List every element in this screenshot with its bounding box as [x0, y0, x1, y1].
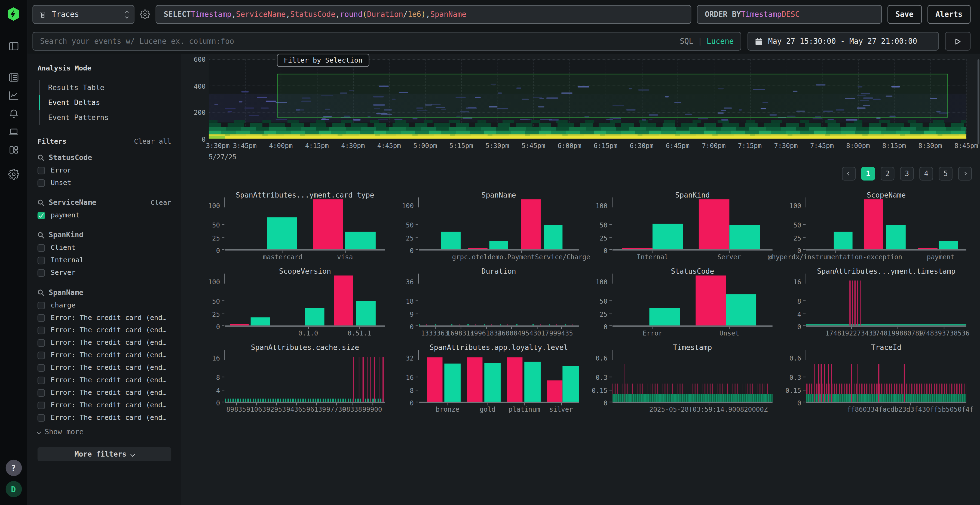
outlier-bar — [699, 199, 729, 249]
query-token: StatusCode — [290, 10, 336, 19]
inlier-stripes — [612, 394, 773, 402]
chart-y-axis: 10050250 — [394, 200, 419, 251]
checkbox[interactable] — [38, 401, 45, 409]
user-avatar[interactable]: D — [5, 481, 22, 497]
filter-option-charge[interactable]: charge — [38, 301, 177, 310]
checkbox[interactable] — [38, 179, 45, 187]
checkbox[interactable] — [38, 376, 45, 384]
heatmap-x-tick: 8:00pm — [846, 142, 870, 149]
x-tick-label: Unset — [719, 329, 739, 337]
checkbox[interactable] — [38, 327, 45, 334]
y-tick-label: 25 — [600, 234, 608, 242]
checkbox[interactable] — [38, 302, 45, 309]
analysis-mode-results-table[interactable]: Results Table — [39, 80, 181, 95]
save-button[interactable]: Save — [888, 5, 922, 24]
page-button-4[interactable]: 4 — [919, 167, 933, 181]
show-more-button[interactable]: Show more — [38, 427, 177, 436]
filter-option-error-the-credit-card-end[interactable]: Error: The credit card (end… — [38, 376, 177, 384]
page-button-1[interactable]: 1 — [861, 167, 875, 181]
order-by-input[interactable]: ORDER BY Timestamp DESC — [697, 5, 882, 24]
filter-option-internal[interactable]: Internal — [38, 256, 177, 264]
filter-option-error-the-credit-card-end[interactable]: Error: The credit card (end… — [38, 314, 177, 322]
filter-option-server[interactable]: Server — [38, 268, 177, 277]
clear-all-button[interactable]: Clear all — [134, 137, 171, 146]
y-tick-label: 9 — [410, 310, 414, 318]
top-query-bar: Traces SELECT Timestamp,ServiceName,Stat… — [27, 0, 980, 29]
heatmap-x-axis: 3:30pm3:45pm4:00pm4:15pm4:30pm4:45pm5:00… — [209, 142, 966, 152]
source-select[interactable]: Traces — [32, 5, 134, 24]
checkbox[interactable] — [38, 389, 45, 397]
filter-option-payment[interactable]: payment — [38, 211, 177, 219]
checkbox[interactable] — [38, 244, 45, 252]
help-button[interactable]: ? — [5, 460, 22, 476]
scrollbar-thumb[interactable] — [978, 59, 980, 144]
settings-gear-icon[interactable] — [4, 166, 23, 183]
checkbox[interactable] — [38, 167, 45, 174]
chart-explorer-icon[interactable] — [4, 87, 23, 104]
page-button-2[interactable]: 2 — [881, 167, 894, 181]
x-tick-label: 543017 — [525, 329, 549, 337]
alerts-bell-icon[interactable] — [4, 106, 23, 122]
heatmap-selection[interactable] — [277, 74, 948, 117]
search-input[interactable]: Search your events w/ Lucene ex. column:… — [32, 32, 741, 51]
y-tick-mark — [222, 390, 224, 390]
x-tick-label: 2025-05-28T03:59:14.900820000Z — [649, 405, 768, 413]
heatmap-density-band — [209, 130, 966, 134]
y-tick-mark — [803, 402, 805, 402]
filter-option-client[interactable]: Client — [38, 243, 177, 252]
events-heatmap[interactable]: Filter by Selection — [209, 59, 966, 139]
checkbox[interactable] — [38, 211, 45, 219]
x-tick-mark — [460, 327, 461, 329]
clear-filter-button[interactable]: Clear — [151, 199, 171, 206]
outlier-bar — [521, 199, 540, 249]
alerts-button[interactable]: Alerts — [927, 5, 970, 24]
x-tick-mark — [910, 403, 911, 405]
lucene-mode-toggle[interactable]: Lucene — [707, 37, 734, 45]
x-tick-mark — [537, 327, 538, 329]
select-query-input[interactable]: SELECT Timestamp,ServiceName,StatusCode,… — [156, 5, 691, 24]
analysis-mode-event-patterns[interactable]: Event Patterns — [39, 110, 181, 125]
x-tick-label: @hyperdx/instrumentation-exception — [768, 253, 902, 260]
source-settings-gear-icon[interactable] — [140, 9, 150, 19]
checkbox[interactable] — [38, 414, 45, 421]
run-query-button[interactable] — [945, 32, 970, 51]
heatmap-x-tick: 7:45pm — [810, 142, 834, 149]
sql-mode-toggle[interactable]: SQL — [680, 37, 694, 45]
next-page-button[interactable] — [958, 167, 972, 181]
sessions-laptop-icon[interactable] — [4, 124, 23, 140]
chart-y-axis: 10050250 — [781, 200, 806, 251]
filter-option-error-the-credit-card-end[interactable]: Error: The credit card (end… — [38, 401, 177, 409]
checkbox[interactable] — [38, 256, 45, 264]
more-filters-button[interactable]: More filters — [38, 447, 171, 461]
page-button-5[interactable]: 5 — [939, 167, 953, 181]
checkbox[interactable] — [38, 351, 45, 359]
toggle-panel-icon[interactable] — [4, 38, 23, 54]
checkbox[interactable] — [38, 364, 45, 372]
page-button-3[interactable]: 3 — [900, 167, 914, 181]
filter-option-error-the-credit-card-end[interactable]: Error: The credit card (end… — [38, 414, 177, 422]
filter-option-error-the-credit-card-end[interactable]: Error: The credit card (end… — [38, 338, 177, 347]
x-tick-mark — [256, 403, 257, 405]
dashboards-icon[interactable] — [4, 142, 23, 158]
search-logs-icon[interactable] — [4, 69, 23, 86]
filter-option-error-the-credit-card-end[interactable]: Error: The credit card (end… — [38, 364, 177, 372]
analysis-mode-event-deltas[interactable]: Event Deltas — [39, 95, 181, 110]
checkbox[interactable] — [38, 314, 45, 322]
heatmap-x-tick: 5:30pm — [485, 142, 509, 149]
checkbox[interactable] — [38, 339, 45, 347]
filter-option-error-the-credit-card-end[interactable]: Error: The credit card (end… — [38, 326, 177, 334]
date-range-picker[interactable]: May 27 15:30:00 - May 27 21:00:00 — [748, 32, 939, 51]
y-tick-label: 0.3 — [789, 373, 802, 381]
y-tick-mark — [416, 249, 418, 250]
filter-option-error-the-credit-card-end[interactable]: Error: The credit card (end… — [38, 389, 177, 397]
hyperdx-logo-icon[interactable] — [6, 7, 21, 21]
y-tick-label: 0.15 — [785, 387, 801, 394]
filter-option-error-the-credit-card-end[interactable]: Error: The credit card (end… — [38, 351, 177, 359]
chart-y-axis: 10050250 — [587, 200, 612, 251]
y-tick-mark — [222, 402, 224, 402]
filter-by-selection-button[interactable]: Filter by Selection — [277, 54, 369, 67]
filter-option-error[interactable]: Error — [38, 166, 177, 175]
filter-option-unset[interactable]: Unset — [38, 179, 177, 187]
prev-page-button[interactable] — [842, 167, 856, 181]
checkbox[interactable] — [38, 269, 45, 276]
